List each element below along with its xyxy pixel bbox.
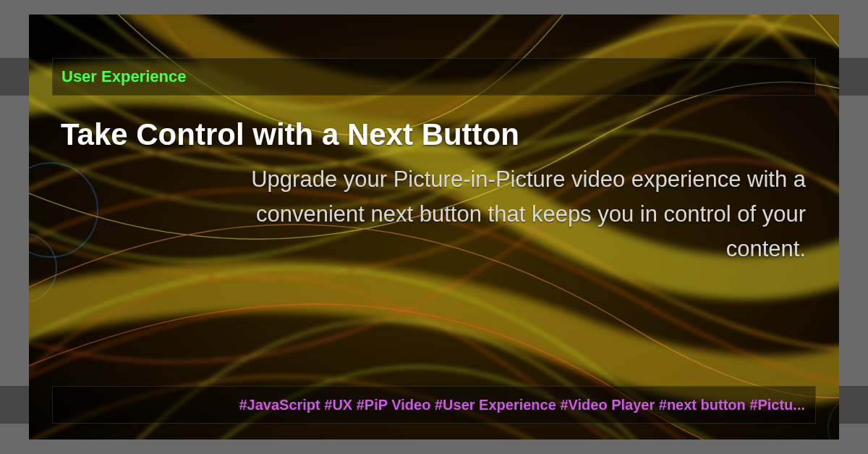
subtitle-text: Upgrade your Picture-in-Picture video ex… bbox=[174, 162, 806, 266]
category-strip: User Experience bbox=[52, 58, 816, 96]
category-label: User Experience bbox=[61, 67, 186, 86]
card-frame: User Experience Take Control with a Next… bbox=[29, 14, 839, 440]
tags-text: #JavaScript #UX #PiP Video #User Experie… bbox=[239, 397, 805, 413]
page-title: Take Control with a Next Button bbox=[61, 117, 519, 152]
tags-strip: #JavaScript #UX #PiP Video #User Experie… bbox=[52, 386, 816, 424]
